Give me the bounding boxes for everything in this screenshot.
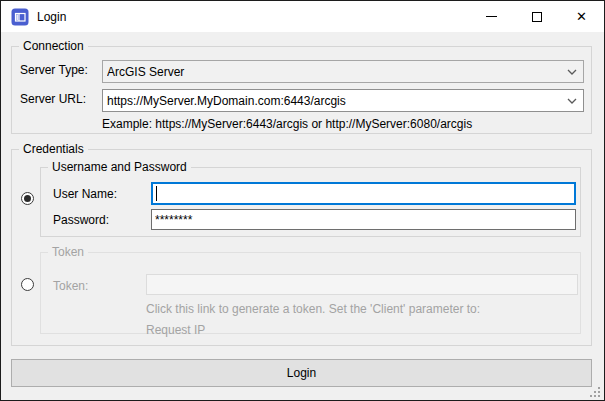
user-name-label: User Name: [53, 187, 117, 201]
server-url-label: Server URL: [20, 92, 86, 106]
chevron-down-icon [561, 90, 583, 111]
resize-grip[interactable] [589, 386, 601, 398]
window-controls: ✕ [469, 1, 604, 32]
credentials-group: Credentials Username and Password User N… [11, 149, 592, 346]
password-input[interactable] [151, 209, 576, 230]
server-type-value: ArcGIS Server [107, 65, 561, 79]
credentials-group-label: Credentials [19, 142, 88, 156]
text-caret [156, 186, 157, 201]
server-type-dropdown[interactable]: ArcGIS Server [102, 60, 584, 83]
server-url-combobox[interactable]: https://MyServer.MyDomain.com:6443/arcgi… [102, 89, 584, 112]
login-button-label: Login [287, 366, 316, 380]
maximize-button[interactable] [514, 1, 559, 32]
close-button[interactable]: ✕ [559, 1, 604, 32]
token-help-text: Click this link to generate a token. Set… [146, 302, 480, 316]
username-password-group-label: Username and Password [48, 160, 191, 174]
token-group: Token Token: Click this link to generate… [40, 252, 581, 334]
connection-group-label: Connection [19, 39, 88, 53]
window-title: Login [37, 10, 66, 24]
minimize-button[interactable] [469, 1, 514, 32]
password-label: Password: [53, 213, 109, 227]
token-input [146, 274, 578, 295]
token-label: Token: [53, 279, 88, 293]
login-button[interactable]: Login [11, 359, 592, 387]
request-ip-link: Request IP [146, 323, 205, 337]
maximize-icon [532, 12, 542, 22]
chevron-down-icon [561, 61, 583, 82]
radio-token[interactable] [21, 278, 34, 291]
close-icon: ✕ [576, 10, 587, 23]
title-bar: Login ✕ [1, 1, 604, 32]
radio-username-password[interactable] [21, 192, 34, 205]
minimize-icon [486, 16, 497, 17]
server-url-example-text: Example: https://MyServer:6443/arcgis or… [102, 117, 472, 131]
connection-group: Connection Server Type: ArcGIS Server Se… [11, 46, 592, 134]
username-password-group: Username and Password User Name: Passwor… [40, 167, 581, 237]
server-type-label: Server Type: [20, 63, 88, 77]
token-group-label: Token [48, 245, 88, 259]
app-window-icon [11, 8, 29, 26]
server-url-value: https://MyServer.MyDomain.com:6443/arcgi… [107, 94, 561, 108]
user-name-input[interactable] [151, 182, 576, 205]
login-dialog: Login ✕ Connection Server Type: ArcGIS S… [0, 0, 605, 401]
